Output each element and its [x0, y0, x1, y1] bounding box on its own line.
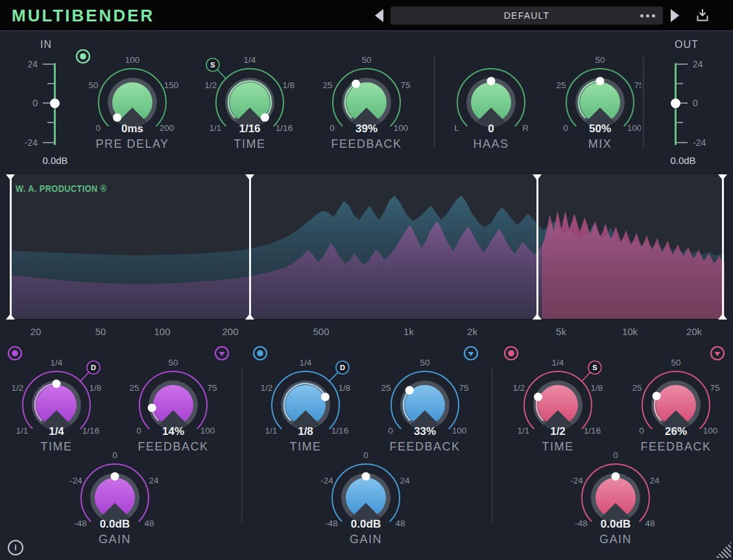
meter-tick: [43, 64, 54, 65]
multibender-window: MULTIBENDER DEFAULT IN 24 0 -24 0.0dB 10…: [0, 0, 733, 560]
preset-menu-icon[interactable]: [640, 14, 655, 18]
input-gain-readout: 0.0dB: [32, 155, 78, 166]
svg-text:1/4: 1/4: [244, 55, 256, 65]
axis-label: 1k: [403, 326, 414, 337]
band2-time-knob[interactable]: D1/41/21/81/11/161/8TIME: [254, 353, 357, 457]
svg-text:75: 75: [710, 383, 719, 393]
svg-text:1/8: 1/8: [298, 425, 313, 438]
svg-text:48: 48: [645, 519, 655, 528]
svg-text:0: 0: [363, 450, 368, 460]
crossover-handle-high-edge[interactable]: [718, 174, 727, 320]
svg-text:R: R: [522, 123, 529, 133]
axis-label: 20: [30, 326, 42, 337]
separator: [490, 368, 493, 523]
svg-text:26%: 26%: [665, 425, 687, 438]
svg-text:D: D: [340, 364, 345, 371]
svg-text:0: 0: [639, 426, 644, 436]
mix-knob[interactable]: 502575010050%MIX: [548, 51, 652, 154]
preset-selector[interactable]: DEFAULT: [391, 6, 663, 25]
meter-scale-label: -24: [13, 138, 38, 147]
crossover-handle-1[interactable]: [245, 174, 254, 320]
meter-tick: [47, 83, 54, 84]
meter-tick: [677, 64, 688, 65]
svg-text:1/8: 1/8: [339, 383, 351, 393]
band1-feedback-knob[interactable]: 502575010014%FEEDBACK: [121, 353, 225, 457]
title-bar: MULTIBENDER DEFAULT: [0, 0, 733, 31]
haas-knob[interactable]: LR0HAAS: [439, 51, 543, 154]
svg-text:100: 100: [125, 55, 140, 65]
meter-tick: [47, 122, 54, 123]
svg-text:0: 0: [112, 450, 117, 460]
axis-label: 100: [154, 326, 170, 337]
svg-text:-48: -48: [74, 519, 87, 528]
svg-text:0.0dB: 0.0dB: [601, 518, 631, 530]
svg-text:-48: -48: [325, 519, 338, 528]
axis-label: 200: [222, 326, 238, 337]
input-gain-handle[interactable]: [50, 99, 60, 108]
svg-text:GAIN: GAIN: [350, 533, 382, 546]
info-button[interactable]: i: [8, 540, 23, 555]
axis-label: 20k: [686, 326, 702, 337]
output-label: OUT: [675, 39, 699, 51]
svg-text:0: 0: [388, 426, 393, 436]
band3-time-knob[interactable]: S1/41/21/81/11/161/2TIME: [506, 353, 610, 457]
band1-gain-knob[interactable]: 0-2424-48480.0dBGAIN: [63, 446, 167, 550]
input-label: IN: [40, 39, 52, 51]
svg-text:0: 0: [330, 123, 335, 133]
save-preset-button[interactable]: [695, 8, 710, 26]
preset-next-button[interactable]: [671, 9, 679, 22]
svg-text:GAIN: GAIN: [599, 533, 632, 546]
svg-text:HAAS: HAAS: [473, 137, 509, 150]
crossover-handle-low-edge[interactable]: [6, 174, 15, 320]
resize-handle[interactable]: [715, 542, 731, 558]
svg-text:0: 0: [613, 450, 618, 460]
axis-label: 50: [95, 326, 106, 337]
svg-text:48: 48: [144, 519, 154, 528]
svg-text:1/8: 1/8: [283, 80, 295, 90]
band3-feedback-knob[interactable]: 502575010026%FEEDBACK: [624, 353, 728, 457]
svg-text:150: 150: [164, 80, 179, 90]
master-time-knob[interactable]: S1/41/21/81/11/161/16TIME: [198, 51, 302, 154]
svg-text:100: 100: [627, 123, 642, 133]
svg-text:50%: 50%: [589, 122, 611, 135]
svg-text:1/2: 1/2: [550, 425, 566, 438]
svg-text:1/1: 1/1: [265, 426, 278, 436]
separator: [432, 56, 435, 148]
svg-text:50: 50: [671, 358, 680, 368]
svg-text:33%: 33%: [414, 425, 436, 438]
axis-label: 500: [313, 326, 329, 337]
svg-text:0: 0: [563, 123, 568, 133]
output-gain-handle[interactable]: [671, 99, 680, 108]
band1-time-knob[interactable]: D1/41/21/81/11/161/4TIME: [5, 353, 108, 457]
app-logo: MULTIBENDER: [12, 6, 154, 26]
svg-text:1/8: 1/8: [591, 383, 603, 393]
preset-prev-button[interactable]: [375, 9, 383, 22]
meter-scale-label: 0: [13, 99, 38, 108]
svg-text:PRE DELAY: PRE DELAY: [95, 137, 169, 150]
svg-text:1/16: 1/16: [276, 123, 293, 133]
svg-text:50: 50: [168, 358, 178, 368]
band2-gain-knob[interactable]: 0-2424-48480.0dBGAIN: [314, 446, 418, 550]
separator: [641, 56, 644, 148]
svg-text:-48: -48: [575, 519, 588, 528]
output-gain-readout: 0.0dB: [660, 155, 706, 166]
axis-label: 2k: [467, 326, 477, 337]
master-feedback-knob[interactable]: 502575010039%FEEDBACK: [315, 51, 418, 154]
spectrum-svg: [10, 174, 725, 319]
band3-gain-knob[interactable]: 0-2424-48480.0dBGAIN: [564, 446, 667, 550]
svg-text:0: 0: [95, 123, 101, 133]
meter-scale-label: 24: [13, 60, 38, 69]
svg-text:24: 24: [649, 476, 660, 485]
svg-text:75: 75: [400, 80, 410, 90]
svg-text:100: 100: [703, 426, 718, 436]
band2-feedback-knob[interactable]: 502575010033%FEEDBACK: [373, 353, 477, 457]
save-icon: [695, 8, 710, 23]
svg-text:TIME: TIME: [234, 137, 266, 150]
svg-text:50: 50: [361, 55, 371, 65]
crossover-handle-2[interactable]: [533, 174, 542, 320]
watermark: W. A. PRODUCTION ®: [16, 183, 107, 194]
svg-text:0: 0: [488, 122, 494, 135]
svg-text:0ms: 0ms: [121, 122, 143, 135]
svg-text:D: D: [91, 364, 96, 371]
pre-delay-knob[interactable]: 1005015002000msPRE DELAY: [80, 51, 184, 154]
